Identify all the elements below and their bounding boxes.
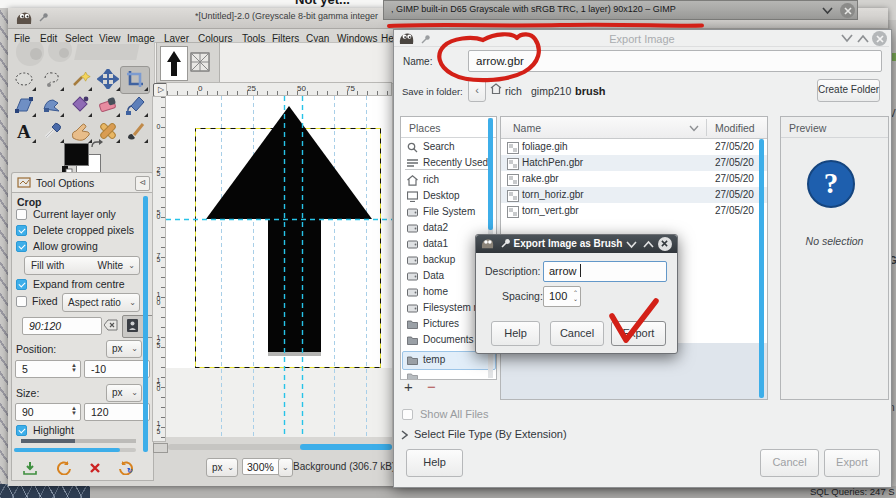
red-checkmark-annotation [612, 301, 656, 340]
screen: Not yet... SQL Queries: 247 S V G n *[ [0, 0, 896, 498]
red-checkmark-layer [0, 0, 896, 498]
